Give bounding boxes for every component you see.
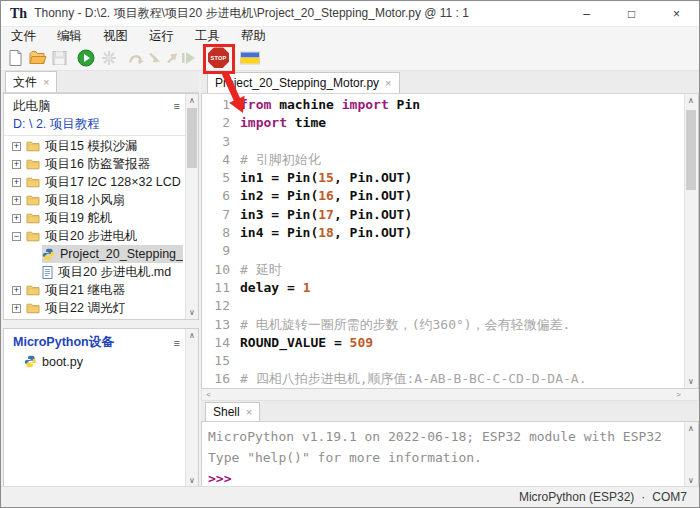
tree-item[interactable]: 项目18 小风扇 [26, 191, 183, 209]
save-file-button[interactable] [52, 50, 67, 65]
scrollbar-thumb[interactable] [686, 110, 696, 190]
left-panel: 文件 × 此电脑 ≡ D: \ 2. 项目教程 +项目15 模拟沙漏+项目16 … [3, 71, 199, 488]
tree-expander-icon[interactable]: + [12, 160, 21, 169]
menu-item-5[interactable]: 工具 [192, 28, 223, 45]
tree-item-label: 项目19 舵机 [45, 210, 112, 227]
tree-row[interactable]: +项目22 调光灯 [4, 299, 198, 317]
scroll-up-icon[interactable]: ∧ [186, 329, 198, 342]
scroll-up-icon[interactable]: ∧ [685, 94, 697, 107]
folder-icon [26, 302, 40, 314]
step-out-button[interactable] [165, 51, 179, 64]
menu-item-6[interactable]: 帮助 [238, 28, 269, 45]
device-file[interactable]: boot.py [24, 352, 183, 371]
menu-item-3[interactable]: 视图 [100, 28, 131, 45]
debug-script-button[interactable] [101, 50, 117, 66]
tree-item-label: 项目20 步进电机.md [58, 264, 171, 281]
current-path[interactable]: D: \ 2. 项目教程 [4, 115, 198, 133]
code-line: 2import time [202, 114, 684, 132]
open-file-button[interactable] [29, 50, 47, 65]
tab-files[interactable]: 文件 × [5, 71, 57, 92]
tree-row[interactable]: +项目15 模拟沙漏 [4, 137, 198, 155]
line-number: 14 [202, 334, 240, 352]
minimize-icon[interactable]: – [564, 1, 609, 26]
menu-item-4[interactable]: 运行 [146, 28, 177, 45]
tree-item-label: 项目21 继电器 [45, 282, 125, 299]
annotation-arrow [201, 43, 261, 123]
tree-expander-icon[interactable]: + [12, 142, 21, 151]
tree-expander-icon[interactable]: + [12, 286, 21, 295]
tree-row[interactable]: +项目19 舵机 [4, 209, 198, 227]
tree-expander-icon[interactable]: − [12, 232, 21, 241]
panel-menu-icon[interactable]: ≡ [174, 100, 180, 112]
shell-panel[interactable]: MicroPython v1.19.1 on 2022-06-18; ESP32… [201, 421, 699, 488]
tree-expander-icon[interactable]: + [12, 178, 21, 187]
panel-menu-icon[interactable]: ≡ [174, 337, 180, 349]
tree-item[interactable]: 项目17 I2C 128×32 LCD [26, 173, 183, 191]
editor-vscrollbar[interactable]: ∧ ∨ [684, 94, 698, 388]
micropython-device-panel[interactable]: MicroPython设备 ≡ boot.py ∧ ∨ [3, 328, 199, 488]
shell-line: Type "help()" for more information. [208, 447, 690, 468]
port-label[interactable]: COM7 [652, 490, 687, 504]
tree-row[interactable]: Project_20_Stepping_Motor.py [4, 245, 198, 263]
new-file-button[interactable] [8, 49, 23, 66]
this-pc-row[interactable]: 此电脑 ≡ [4, 97, 198, 115]
scroll-right-icon[interactable]: > [672, 389, 685, 400]
step-into-button[interactable] [148, 51, 162, 64]
window-controls: – □ × [564, 1, 699, 26]
doc-icon [42, 266, 53, 279]
code-text: delay = 1 [240, 279, 310, 297]
scrollbar-thumb[interactable] [187, 108, 197, 168]
scroll-up-icon[interactable]: ∧ [685, 422, 697, 435]
device-scrollbar[interactable]: ∧ ∨ [185, 329, 198, 487]
tab-close-icon[interactable]: × [385, 77, 391, 89]
code-text: in1 = Pin(15, Pin.OUT) [240, 169, 412, 187]
code-lines: 1from machine import Pin2import time34# … [202, 96, 684, 389]
scroll-left-icon[interactable]: < [202, 389, 215, 400]
device-file-row[interactable]: boot.py [4, 352, 198, 371]
tab-shell[interactable]: Shell × [205, 402, 260, 421]
tree-item[interactable]: 项目22 调光灯 [26, 299, 183, 317]
folder-icon [26, 194, 40, 206]
shell-scrollbar[interactable]: ∧ ∨ [684, 422, 698, 487]
close-icon[interactable]: × [654, 1, 699, 26]
tree-item[interactable]: 项目21 继电器 [26, 281, 183, 299]
code-editor[interactable]: 1from machine import Pin2import time34# … [201, 94, 699, 389]
code-line: 12 [202, 297, 684, 315]
folder-icon [26, 140, 40, 152]
maximize-icon[interactable]: □ [609, 1, 654, 26]
tree-item[interactable]: 项目15 模拟沙漏 [26, 137, 183, 155]
menubar: 文件编辑视图运行工具帮助 [1, 27, 699, 45]
run-script-button[interactable] [77, 49, 95, 67]
tree-expander-icon[interactable]: + [12, 214, 21, 223]
tree-item[interactable]: 项目19 舵机 [26, 209, 183, 227]
tab-close-icon[interactable]: × [246, 406, 252, 418]
editor-hscrollbar[interactable]: < > [201, 389, 699, 401]
tree-item-selected[interactable]: Project_20_Stepping_Motor.py [42, 245, 183, 263]
tree-row[interactable]: +项目17 I2C 128×32 LCD [4, 173, 198, 191]
files-tree-panel[interactable]: 此电脑 ≡ D: \ 2. 项目教程 +项目15 模拟沙漏+项目16 防盗警报器… [3, 93, 199, 320]
menu-item-2[interactable]: 编辑 [54, 28, 85, 45]
scroll-down-icon[interactable]: ∨ [186, 306, 198, 319]
resume-button[interactable] [181, 51, 196, 65]
tree-item[interactable]: 项目20 步进电机 [26, 227, 183, 245]
files-scrollbar[interactable]: ∧ ∨ [185, 94, 198, 319]
window-title: Thonny - D:\2. 项目教程\项目20 步进电机\Project_20… [34, 5, 469, 22]
tree-row[interactable]: +项目21 继电器 [4, 281, 198, 299]
backend-label[interactable]: MicroPython (ESP32) [519, 490, 634, 504]
code-line: 13# 电机旋转一圈所需的步数，(约360°)，会有轻微偏差. [202, 316, 684, 334]
step-over-button[interactable] [128, 51, 145, 64]
tree-item[interactable]: 项目16 防盗警报器 [26, 155, 183, 173]
tree-expander-icon[interactable]: + [12, 196, 21, 205]
tree-row[interactable]: +项目16 防盗警报器 [4, 155, 198, 173]
tab-close-icon[interactable]: × [43, 76, 49, 88]
tree-item[interactable]: 项目20 步进电机.md [42, 263, 183, 281]
scroll-up-icon[interactable]: ∧ [186, 94, 198, 107]
scroll-down-icon[interactable]: ∨ [685, 375, 697, 388]
tree-expander-icon[interactable]: + [12, 304, 21, 313]
tree-row[interactable]: 项目20 步进电机.md [4, 263, 198, 281]
menu-item-1[interactable]: 文件 [8, 28, 39, 45]
toolbar: STOP [1, 45, 699, 71]
tree-row[interactable]: −项目20 步进电机 [4, 227, 198, 245]
file-tree: +项目15 模拟沙漏+项目16 防盗警报器+项目17 I2C 128×32 LC… [4, 137, 198, 317]
tree-row[interactable]: +项目18 小风扇 [4, 191, 198, 209]
